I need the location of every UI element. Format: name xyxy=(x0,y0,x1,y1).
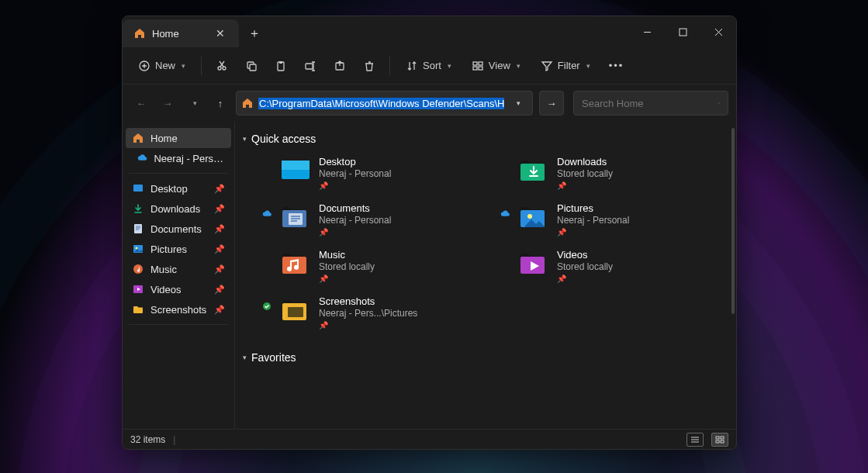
sidebar-item-onedrive[interactable]: › Neeraj - Personal xyxy=(126,148,231,168)
sidebar-item-music[interactable]: Music📌 xyxy=(126,259,231,279)
sidebar-item-downloads[interactable]: Downloads📌 xyxy=(126,199,231,219)
pin-icon: 📌 xyxy=(557,228,629,236)
window-close-button[interactable] xyxy=(700,16,736,47)
item-name: Pictures xyxy=(557,202,629,214)
view-icon xyxy=(472,60,484,72)
new-tab-button[interactable]: ＋ xyxy=(239,19,270,47)
section-quick-access[interactable]: ▾ Quick access xyxy=(243,126,728,153)
sidebar-label: Neeraj - Personal xyxy=(154,153,225,164)
filter-button[interactable]: Filter ▾ xyxy=(533,55,598,77)
home-icon xyxy=(132,132,144,144)
sync-status-icon xyxy=(500,247,510,255)
window-minimize-button[interactable] xyxy=(629,16,665,47)
pin-icon: 📌 xyxy=(557,274,613,283)
sidebar-label: Home xyxy=(150,133,178,144)
item-name: Screenshots xyxy=(319,295,417,307)
more-button[interactable]: ••• xyxy=(603,55,631,76)
new-label: New xyxy=(155,60,175,71)
nav-forward-button[interactable]: → xyxy=(157,91,178,115)
delete-button[interactable] xyxy=(357,55,382,77)
documents-icon xyxy=(280,201,311,232)
pin-icon: 📌 xyxy=(214,224,225,234)
sidebar-label: Pictures xyxy=(150,243,187,255)
quick-access-item[interactable]: PicturesNeeraj - Personal📌 xyxy=(500,199,728,238)
sidebar-item-screenshots[interactable]: Screenshots📌 xyxy=(126,299,231,319)
quick-access-item[interactable]: DownloadsStored locally📌 xyxy=(500,153,728,192)
quick-access-item[interactable]: ScreenshotsNeeraj - Pers...\Pictures📌 xyxy=(261,292,490,331)
cut-button[interactable] xyxy=(209,55,234,77)
home-icon xyxy=(133,27,146,40)
status-item-count: 32 items xyxy=(130,434,165,445)
nav-up-button[interactable]: ↑ xyxy=(209,91,231,115)
share-icon xyxy=(334,60,346,72)
svg-point-25 xyxy=(133,264,143,274)
quick-access-item[interactable]: DesktopNeeraj - Personal📌 xyxy=(261,153,490,192)
content-area: ▾ Quick access DesktopNeeraj - Personal📌… xyxy=(235,122,736,429)
nav-recent-button[interactable]: ▾ xyxy=(183,91,205,115)
paste-button[interactable] xyxy=(268,55,293,77)
chevron-down-icon: ▾ xyxy=(448,62,451,70)
pin-icon: 📌 xyxy=(557,181,613,190)
sync-status-icon xyxy=(261,154,272,162)
scrollbar[interactable] xyxy=(731,128,735,314)
toolbar: New ▾ Sort ▾ View ▾ Filter ▾ ••• xyxy=(123,47,736,85)
videos-icon xyxy=(518,247,549,278)
tab-home[interactable]: Home ✕ xyxy=(123,19,239,47)
pin-icon: 📌 xyxy=(319,228,391,236)
trash-icon xyxy=(363,60,375,72)
new-button[interactable]: New ▾ xyxy=(130,55,193,77)
share-button[interactable] xyxy=(327,55,352,77)
pin-icon: 📌 xyxy=(214,285,225,295)
filter-label: Filter xyxy=(558,60,580,71)
nav-back-button[interactable]: ← xyxy=(130,91,152,115)
sync-status-icon xyxy=(261,247,272,255)
sidebar-item-pictures[interactable]: Pictures📌 xyxy=(126,239,231,259)
sidebar-item-documents[interactable]: Documents📌 xyxy=(126,219,231,239)
pin-icon: 📌 xyxy=(319,274,375,283)
section-favorites[interactable]: ▾ Favorites xyxy=(243,345,728,371)
search-box[interactable] xyxy=(573,91,728,116)
svg-rect-30 xyxy=(716,440,719,443)
sidebar-label: Documents xyxy=(150,223,202,235)
chevron-down-icon: ▾ xyxy=(517,62,520,70)
sidebar-label: Screenshots xyxy=(150,304,206,316)
sidebar-item-home[interactable]: Home xyxy=(126,128,231,148)
copy-icon xyxy=(245,60,258,72)
window-maximize-button[interactable] xyxy=(665,16,700,47)
downloads-icon xyxy=(132,202,144,215)
quick-access-item[interactable]: MusicStored locally📌 xyxy=(261,246,490,285)
address-row: ← → ▾ ↑ C:\ProgramData\Microsoft\Windows… xyxy=(123,85,736,122)
go-button[interactable]: → xyxy=(539,91,564,116)
quick-access-item[interactable]: DocumentsNeeraj - Personal📌 xyxy=(261,199,490,238)
sidebar-item-desktop[interactable]: Desktop📌 xyxy=(126,178,231,199)
pictures-icon xyxy=(132,243,144,255)
sort-button[interactable]: Sort ▾ xyxy=(398,55,459,77)
cloud-icon xyxy=(137,152,147,164)
view-button[interactable]: View ▾ xyxy=(464,55,528,77)
tab-close-button[interactable]: ✕ xyxy=(211,26,230,41)
copy-button[interactable] xyxy=(239,55,264,77)
view-label: View xyxy=(489,60,510,71)
rename-button[interactable] xyxy=(298,55,323,77)
svg-rect-20 xyxy=(680,29,686,36)
sidebar-label: Videos xyxy=(150,284,182,295)
pin-icon: 📌 xyxy=(214,204,225,214)
address-history-button[interactable]: ▾ xyxy=(509,99,527,107)
address-input[interactable]: C:\ProgramData\Microsoft\Windows Defende… xyxy=(258,98,504,109)
pin-icon: 📌 xyxy=(214,264,225,274)
sidebar-label: Music xyxy=(150,264,177,275)
section-label: Favorites xyxy=(251,351,296,364)
view-details-button[interactable] xyxy=(686,433,704,447)
chevron-down-icon: ▾ xyxy=(243,354,247,361)
quick-access-item[interactable]: VideosStored locally📌 xyxy=(500,246,728,285)
sidebar-item-videos[interactable]: Videos📌 xyxy=(126,279,231,299)
view-icons-button[interactable] xyxy=(711,433,728,447)
pin-icon: 📌 xyxy=(214,244,225,254)
pin-icon: 📌 xyxy=(319,181,391,190)
address-bar[interactable]: C:\ProgramData\Microsoft\Windows Defende… xyxy=(236,91,533,116)
sidebar-label: Downloads xyxy=(150,203,200,215)
filter-icon xyxy=(541,60,553,72)
plus-circle-icon xyxy=(138,60,150,72)
sidebar: Home › Neeraj - Personal Desktop📌Downloa… xyxy=(123,122,235,429)
search-input[interactable] xyxy=(582,98,712,109)
